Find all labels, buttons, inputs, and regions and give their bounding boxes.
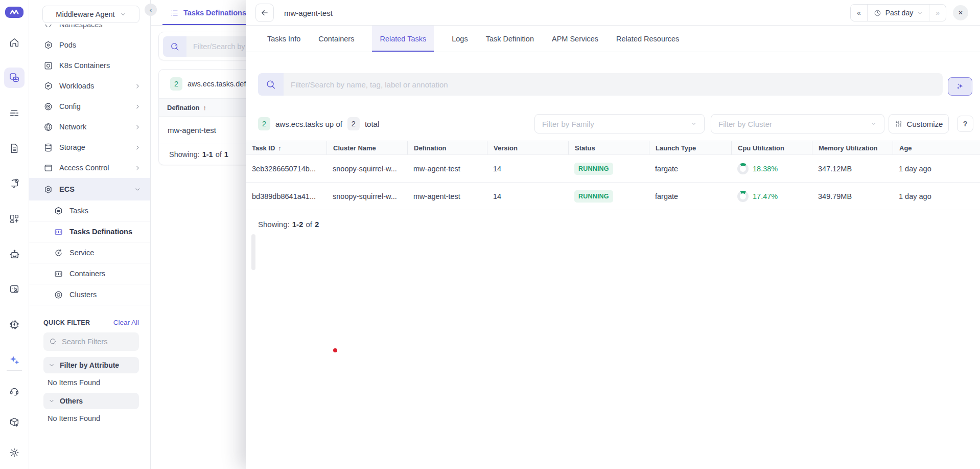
filter-search-box[interactable]: [43, 332, 139, 351]
ai-assist-button[interactable]: [948, 77, 972, 96]
tab-related-tasks[interactable]: Related Tasks: [372, 26, 434, 52]
namespaces-icon: [43, 25, 53, 30]
tasks-icon: [54, 206, 63, 216]
tab-tasks-definations[interactable]: Tasks Definations: [170, 0, 246, 26]
column-header-memory-utilization[interactable]: Memory Utilization: [812, 141, 893, 154]
service-icon: [54, 248, 63, 258]
alerts-bell-icon[interactable]: [4, 173, 25, 194]
tab-containers[interactable]: Containers: [318, 26, 354, 52]
sort-asc-icon: ↑: [203, 104, 207, 111]
side-nav: Middleware Agent Namespaces Pods K8s Con…: [29, 0, 151, 469]
chevron-down-icon: [49, 398, 55, 404]
nav-subitem-tasks-definations[interactable]: Tasks Definations: [29, 221, 150, 242]
middleware-logo[interactable]: [5, 7, 24, 18]
time-back-button[interactable]: «: [851, 5, 867, 21]
dashboard-add-icon[interactable]: [4, 209, 25, 229]
ai-sparkle-icon[interactable]: [4, 350, 25, 370]
infrastructure-icon[interactable]: [4, 68, 25, 88]
rail-divider: [7, 370, 22, 371]
close-drawer-button[interactable]: ✕: [953, 5, 968, 20]
panel-table-card: 2 aws.ecs.tasks.def... Defination ↑ mw-a…: [158, 69, 246, 165]
nav-subitem-containers[interactable]: Containers: [29, 263, 150, 284]
nav-item-k8s-containers[interactable]: K8s Containers: [29, 55, 150, 76]
panel-search-box[interactable]: [163, 36, 246, 57]
list-icon: [170, 9, 179, 17]
filter-by-cluster-dropdown[interactable]: Filter by Cluster: [711, 114, 884, 133]
headset-icon[interactable]: [4, 381, 25, 401]
ecs-icon: [43, 185, 53, 194]
filter-group-attribute[interactable]: Filter by Attribute: [43, 357, 139, 373]
column-header-defination[interactable]: Defination: [407, 141, 487, 154]
drawer-search-input[interactable]: [284, 80, 590, 89]
package-icon[interactable]: [4, 412, 25, 432]
nav-item-access-control[interactable]: Access Control: [29, 158, 150, 178]
document-icon[interactable]: [4, 138, 25, 159]
agent-selector-dropdown[interactable]: Middleware Agent: [42, 6, 139, 23]
time-forward-button[interactable]: »: [929, 5, 946, 21]
filter-by-family-dropdown[interactable]: Filter by Family: [534, 114, 705, 133]
column-header-status[interactable]: Status: [568, 141, 649, 154]
nav-item-namespaces[interactable]: Namespaces: [29, 25, 150, 35]
chevron-right-icon: [134, 165, 141, 171]
nav-item-storage[interactable]: Storage: [29, 137, 150, 158]
chevron-down-icon: [120, 11, 126, 17]
filter-group-others[interactable]: Others: [43, 393, 139, 409]
column-header-age[interactable]: Age: [893, 141, 980, 154]
close-icon: ✕: [958, 9, 963, 16]
nav-subitem-tasks[interactable]: Tasks: [29, 200, 150, 221]
memory-cell: 347.12MB: [812, 155, 893, 182]
collapse-sidebar-button[interactable]: ‹: [145, 4, 157, 16]
pagination-summary: Showing: 1-2 of 2: [258, 220, 319, 229]
column-header-launch-type[interactable]: Launch Type: [649, 141, 731, 154]
nav-item-network[interactable]: Network: [29, 117, 150, 137]
user-session-icon[interactable]: [4, 279, 25, 300]
filter-search-input[interactable]: [62, 338, 128, 346]
tab-related-resources[interactable]: Related Resources: [616, 26, 679, 52]
logs-icon[interactable]: [4, 103, 25, 123]
column-header-cpu-utilization[interactable]: Cpu Utilization: [731, 141, 812, 154]
tab-tasks-info[interactable]: Tasks Info: [267, 26, 300, 52]
cpu-donut-chart: [737, 163, 749, 174]
chevron-right-icon: [134, 103, 141, 110]
customize-button[interactable]: Customize: [889, 114, 949, 133]
empty-state-text: No Items Found: [48, 378, 139, 387]
drawer-search-box[interactable]: [258, 73, 943, 96]
launch-type-cell: fargate: [649, 155, 731, 182]
bot-icon[interactable]: [4, 244, 25, 264]
nav-item-ecs[interactable]: ECS: [29, 178, 150, 200]
help-button[interactable]: ?: [957, 116, 973, 132]
table-row[interactable]: mw-agent-test: [159, 117, 246, 144]
tab-logs[interactable]: Logs: [452, 26, 468, 52]
nav-item-workloads[interactable]: Workloads: [29, 76, 150, 96]
nav-subitem-clusters[interactable]: Clusters: [29, 284, 150, 305]
nav-subitem-service[interactable]: Service: [29, 242, 150, 263]
tab-task-definition[interactable]: Task Definition: [486, 26, 534, 52]
drawer-title: mw-agent-test: [284, 0, 333, 26]
summary-text: aws.ecs.tasks up of: [275, 120, 342, 128]
gear-icon[interactable]: [4, 442, 25, 463]
time-range-dropdown[interactable]: Past day: [867, 5, 929, 21]
column-header-cluster-name[interactable]: Cluster Name: [326, 141, 407, 154]
table-row[interactable]: 3eb3286650714b... snoopy-squirrel-w... m…: [246, 155, 980, 183]
column-header-version[interactable]: Version: [487, 141, 568, 154]
storage-icon: [43, 143, 53, 152]
back-button[interactable]: [255, 4, 274, 22]
chevron-down-icon: [917, 10, 923, 16]
panel-search-input[interactable]: [186, 42, 246, 51]
column-header-defination[interactable]: Defination ↑: [159, 98, 246, 117]
empty-state-text: No Items Found: [48, 414, 139, 422]
table-row[interactable]: bd389db8641a41... snoopy-squirrel-w... m…: [246, 183, 980, 210]
nav-item-pods[interactable]: Pods: [29, 35, 150, 55]
sort-asc-icon: ↑: [278, 144, 282, 152]
nav-item-config[interactable]: Config: [29, 96, 150, 117]
column-header-task-id[interactable]: Task ID↑: [246, 141, 326, 154]
chip-icon[interactable]: [4, 315, 25, 335]
count-badge: 2: [170, 77, 182, 91]
version-cell: 14: [487, 183, 568, 210]
scrollbar-thumb[interactable]: [251, 234, 255, 270]
tab-apm-services[interactable]: APM Services: [552, 26, 598, 52]
sliders-icon: [895, 120, 903, 128]
home-icon[interactable]: [4, 32, 25, 53]
double-chevron-right-icon: »: [936, 9, 940, 17]
clear-all-link[interactable]: Clear All: [113, 319, 139, 326]
